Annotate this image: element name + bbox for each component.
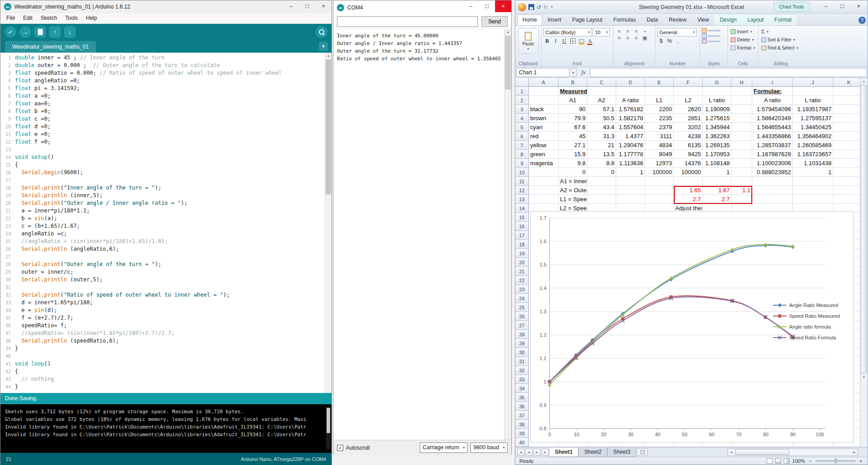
column-header-J[interactable]: J: [793, 78, 833, 87]
cell-J12[interactable]: [793, 186, 833, 195]
cell-E6[interactable]: 3111: [645, 132, 674, 141]
verify-button[interactable]: ✓: [5, 26, 16, 38]
new-sketch-button[interactable]: [34, 26, 46, 38]
row-header-30[interactable]: 30: [515, 348, 529, 357]
sheet-scroll-up-icon[interactable]: ▲: [860, 78, 868, 85]
cell-I6[interactable]: 1.443356866: [752, 132, 793, 141]
hscroll-right-icon[interactable]: ►: [851, 451, 858, 454]
cell-I4[interactable]: 1.586420349: [752, 114, 793, 123]
last-sheet-button[interactable]: ►: [541, 449, 549, 456]
insert-sheet-button[interactable]: [637, 448, 648, 456]
cell-H7[interactable]: [732, 141, 752, 150]
cell-C6[interactable]: 31.3: [587, 132, 616, 141]
row-header-20[interactable]: 20: [515, 258, 529, 267]
cell-J13[interactable]: [793, 195, 833, 204]
cell-G3[interactable]: 1.190909: [703, 105, 732, 114]
zoom-out-button[interactable]: −: [808, 458, 813, 464]
align-left-button[interactable]: ≡: [615, 35, 623, 41]
view-page-break-button[interactable]: [784, 458, 790, 464]
serial-scrollbar[interactable]: ▲: [504, 29, 511, 440]
cell-H2[interactable]: [732, 96, 752, 105]
excel-titlebar[interactable]: ↺ ↻ ▼ Steering Geometry 01.xlsx - Micros…: [515, 0, 868, 14]
cell-K2[interactable]: [833, 96, 860, 105]
select-all-corner[interactable]: [515, 78, 529, 87]
cell-F1[interactable]: [674, 87, 703, 96]
tab-format[interactable]: Format: [769, 14, 797, 25]
cell-K9[interactable]: [833, 159, 860, 168]
sheet-vertical-scrollbar[interactable]: ▲ ▼: [860, 78, 868, 447]
autosum-button[interactable]: Σ▼: [760, 27, 801, 36]
cell-A11[interactable]: [529, 177, 559, 186]
cell-B12[interactable]: A2 = Outer angle of turn: [559, 186, 587, 195]
conditional-formatting-button[interactable]: [702, 28, 726, 33]
zoom-slider-thumb[interactable]: [835, 459, 837, 463]
cell-F4[interactable]: 2851: [674, 114, 703, 123]
cell-K7[interactable]: [833, 141, 860, 150]
cell-H10[interactable]: [732, 168, 752, 177]
cell-E13[interactable]: [645, 195, 674, 204]
cell-K10[interactable]: [833, 168, 860, 177]
align-top-button[interactable]: ≡: [615, 28, 623, 34]
cell-I11[interactable]: [752, 177, 793, 186]
cell-K8[interactable]: [833, 150, 860, 159]
editor-scroll-thumb[interactable]: [326, 59, 331, 194]
align-bottom-button[interactable]: ≡: [632, 28, 640, 34]
cell-A8[interactable]: green: [529, 150, 559, 159]
number-format-select[interactable]: General▼: [657, 28, 697, 36]
cell-C13[interactable]: [587, 195, 616, 204]
sheet-tab-sheet3[interactable]: Sheet3: [607, 448, 636, 457]
cell-J2[interactable]: L ratio: [793, 96, 833, 105]
tab-home[interactable]: Home: [517, 14, 542, 25]
horizontal-scrollbar[interactable]: ◄ ►: [727, 448, 858, 456]
cell-I3[interactable]: 1.579454096: [752, 105, 793, 114]
cell-B5[interactable]: 67.6: [559, 123, 587, 132]
format-cells-button[interactable]: Format▼: [730, 44, 756, 52]
row-header-19[interactable]: 19: [515, 249, 529, 258]
cell-I5[interactable]: 1.564655443: [752, 123, 793, 132]
cell-styles-button[interactable]: [702, 39, 726, 44]
column-header-D[interactable]: D: [616, 78, 645, 87]
cell-D10[interactable]: 1: [616, 168, 645, 177]
row-header-24[interactable]: 24: [515, 294, 529, 303]
redo-icon[interactable]: ↻: [543, 3, 548, 11]
tab-design[interactable]: Design: [714, 14, 742, 25]
cell-D11[interactable]: [616, 177, 645, 186]
cell-D12[interactable]: [616, 186, 645, 195]
cell-B10[interactable]: 0: [559, 168, 587, 177]
line-ending-select[interactable]: Carriage return: [420, 442, 468, 453]
row-header-8[interactable]: 8: [515, 150, 529, 159]
open-sketch-button[interactable]: ↑: [49, 26, 61, 38]
code-editor[interactable]: 1double inner = 45 ; // Inner angle of t…: [0, 53, 332, 393]
cell-J3[interactable]: 1.193517987: [793, 105, 833, 114]
hscroll-thumb[interactable]: [735, 449, 789, 455]
row-header-33[interactable]: 33: [515, 375, 529, 384]
cell-J11[interactable]: [793, 177, 833, 186]
cell-H1[interactable]: [732, 87, 752, 96]
row-header-32[interactable]: 32: [515, 366, 529, 375]
cell-F13[interactable]: 2.7: [674, 195, 703, 204]
cell-C11[interactable]: [587, 177, 616, 186]
row-header-27[interactable]: 27: [515, 321, 529, 330]
cell-D4[interactable]: 1.582178: [616, 114, 645, 123]
row-header-6[interactable]: 6: [515, 132, 529, 141]
save-icon[interactable]: [528, 4, 534, 10]
column-header-K[interactable]: K: [833, 78, 860, 87]
cell-H12[interactable]: 1.1: [732, 186, 752, 195]
cell-C8[interactable]: 13.5: [587, 150, 616, 159]
cell-K11[interactable]: [833, 177, 860, 186]
cell-B11[interactable]: A1 = Inner angle of turn: [559, 177, 587, 186]
cell-A5[interactable]: cyan: [529, 123, 559, 132]
cell-D13[interactable]: [616, 195, 645, 204]
cell-K3[interactable]: [833, 105, 860, 114]
column-header-H[interactable]: H: [732, 78, 752, 87]
cell-G8[interactable]: 1.170953: [703, 150, 732, 159]
cell-G10[interactable]: 1: [703, 168, 732, 177]
cell-I12[interactable]: [752, 186, 793, 195]
tab-data[interactable]: Data: [641, 14, 663, 25]
cell-I13[interactable]: [752, 195, 793, 204]
cell-J1[interactable]: [793, 87, 833, 96]
serial-scroll-thumb[interactable]: [505, 36, 511, 90]
sheet-tab-sheet1[interactable]: Sheet1: [549, 448, 578, 457]
scroll-up-icon[interactable]: ▲: [325, 53, 332, 59]
row-header-28[interactable]: 28: [515, 330, 529, 339]
